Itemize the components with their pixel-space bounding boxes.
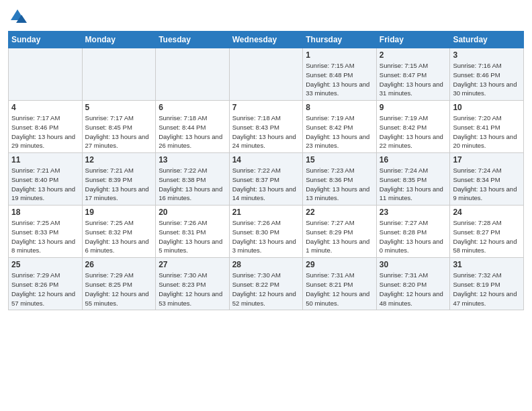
header-tuesday: Tuesday [156,32,230,48]
day-number: 31 [453,260,521,269]
calendar-table: SundayMondayTuesdayWednesdayThursdayFrid… [8,31,524,310]
day-info: Sunrise: 7:31 AM Sunset: 8:20 PM Dayligh… [380,271,447,308]
day-number: 11 [11,155,79,165]
day-info: Sunrise: 7:21 AM Sunset: 8:39 PM Dayligh… [85,166,153,203]
day-number: 2 [380,50,447,60]
day-info: Sunrise: 7:26 AM Sunset: 8:30 PM Dayligh… [232,218,300,255]
day-number: 5 [85,103,153,112]
week-row-1: 1Sunrise: 7:15 AM Sunset: 8:48 PM Daylig… [9,48,524,101]
day-number: 9 [380,103,447,112]
calendar-cell: 28Sunrise: 7:30 AM Sunset: 8:22 PM Dayli… [229,258,303,310]
day-number: 10 [453,103,521,112]
day-number: 30 [380,260,447,269]
day-info: Sunrise: 7:21 AM Sunset: 8:40 PM Dayligh… [11,166,79,203]
calendar-cell: 6Sunrise: 7:18 AM Sunset: 8:44 PM Daylig… [156,101,230,153]
calendar-cell: 11Sunrise: 7:21 AM Sunset: 8:40 PM Dayli… [9,153,83,205]
header-friday: Friday [376,32,450,48]
calendar-cell: 9Sunrise: 7:19 AM Sunset: 8:42 PM Daylig… [376,101,450,153]
calendar-cell: 18Sunrise: 7:25 AM Sunset: 8:33 PM Dayli… [9,205,83,258]
day-number: 6 [159,103,226,112]
header-thursday: Thursday [303,32,377,48]
calendar-cell: 29Sunrise: 7:31 AM Sunset: 8:21 PM Dayli… [303,258,377,310]
calendar-cell [229,48,303,101]
calendar-cell: 24Sunrise: 7:28 AM Sunset: 8:27 PM Dayli… [450,205,524,258]
calendar-cell: 20Sunrise: 7:26 AM Sunset: 8:31 PM Dayli… [156,205,230,258]
day-info: Sunrise: 7:24 AM Sunset: 8:34 PM Dayligh… [453,166,521,203]
calendar-cell: 1Sunrise: 7:15 AM Sunset: 8:48 PM Daylig… [303,48,377,101]
header-monday: Monday [82,32,156,48]
day-number: 12 [85,155,153,165]
day-info: Sunrise: 7:28 AM Sunset: 8:27 PM Dayligh… [453,218,521,255]
day-info: Sunrise: 7:29 AM Sunset: 8:26 PM Dayligh… [11,271,79,308]
header-saturday: Saturday [450,32,524,48]
day-info: Sunrise: 7:19 AM Sunset: 8:42 PM Dayligh… [380,113,447,150]
day-info: Sunrise: 7:25 AM Sunset: 8:33 PM Dayligh… [11,218,79,255]
calendar-cell: 31Sunrise: 7:32 AM Sunset: 8:19 PM Dayli… [450,258,524,310]
day-number: 3 [453,50,521,60]
calendar-cell: 4Sunrise: 7:17 AM Sunset: 8:46 PM Daylig… [9,101,83,153]
day-info: Sunrise: 7:16 AM Sunset: 8:46 PM Dayligh… [453,61,521,98]
day-number: 24 [453,208,521,217]
page-header [8,7,524,26]
day-info: Sunrise: 7:22 AM Sunset: 8:38 PM Dayligh… [159,166,226,203]
week-row-3: 11Sunrise: 7:21 AM Sunset: 8:40 PM Dayli… [9,153,524,205]
day-number: 29 [306,260,373,269]
day-number: 25 [11,260,79,269]
day-info: Sunrise: 7:23 AM Sunset: 8:36 PM Dayligh… [306,166,373,203]
calendar-cell: 12Sunrise: 7:21 AM Sunset: 8:39 PM Dayli… [82,153,156,205]
calendar-cell [82,48,156,101]
day-info: Sunrise: 7:18 AM Sunset: 8:43 PM Dayligh… [232,113,300,150]
day-info: Sunrise: 7:25 AM Sunset: 8:32 PM Dayligh… [85,218,153,255]
calendar-cell: 15Sunrise: 7:23 AM Sunset: 8:36 PM Dayli… [303,153,377,205]
day-info: Sunrise: 7:30 AM Sunset: 8:22 PM Dayligh… [232,271,300,308]
header-sunday: Sunday [9,32,83,48]
calendar-cell: 10Sunrise: 7:20 AM Sunset: 8:41 PM Dayli… [450,101,524,153]
day-number: 28 [232,260,300,269]
calendar-cell: 13Sunrise: 7:22 AM Sunset: 8:38 PM Dayli… [156,153,230,205]
week-row-5: 25Sunrise: 7:29 AM Sunset: 8:26 PM Dayli… [9,258,524,310]
day-number: 21 [232,208,300,217]
header-wednesday: Wednesday [229,32,303,48]
day-number: 22 [306,208,373,217]
page-container: SundayMondayTuesdayWednesdayThursdayFrid… [0,0,532,316]
day-info: Sunrise: 7:27 AM Sunset: 8:29 PM Dayligh… [306,218,373,255]
day-number: 27 [159,260,226,269]
day-info: Sunrise: 7:26 AM Sunset: 8:31 PM Dayligh… [159,218,226,255]
day-info: Sunrise: 7:17 AM Sunset: 8:46 PM Dayligh… [11,113,79,150]
logo [8,7,30,26]
calendar-cell: 8Sunrise: 7:19 AM Sunset: 8:42 PM Daylig… [303,101,377,153]
day-number: 1 [306,50,373,60]
day-number: 7 [232,103,300,112]
day-number: 8 [306,103,373,112]
day-number: 19 [85,208,153,217]
day-number: 17 [453,155,521,165]
calendar-cell: 26Sunrise: 7:29 AM Sunset: 8:25 PM Dayli… [82,258,156,310]
day-info: Sunrise: 7:27 AM Sunset: 8:28 PM Dayligh… [380,218,447,255]
day-info: Sunrise: 7:15 AM Sunset: 8:48 PM Dayligh… [306,61,373,98]
day-info: Sunrise: 7:18 AM Sunset: 8:44 PM Dayligh… [159,113,226,150]
week-row-4: 18Sunrise: 7:25 AM Sunset: 8:33 PM Dayli… [9,205,524,258]
day-info: Sunrise: 7:30 AM Sunset: 8:23 PM Dayligh… [159,271,226,308]
calendar-cell [9,48,83,101]
day-info: Sunrise: 7:32 AM Sunset: 8:19 PM Dayligh… [453,271,521,308]
day-info: Sunrise: 7:31 AM Sunset: 8:21 PM Dayligh… [306,271,373,308]
day-number: 15 [306,155,373,165]
calendar-cell: 27Sunrise: 7:30 AM Sunset: 8:23 PM Dayli… [156,258,230,310]
calendar-cell: 23Sunrise: 7:27 AM Sunset: 8:28 PM Dayli… [376,205,450,258]
day-info: Sunrise: 7:22 AM Sunset: 8:37 PM Dayligh… [232,166,300,203]
day-info: Sunrise: 7:17 AM Sunset: 8:45 PM Dayligh… [85,113,153,150]
calendar-cell: 19Sunrise: 7:25 AM Sunset: 8:32 PM Dayli… [82,205,156,258]
calendar-cell: 17Sunrise: 7:24 AM Sunset: 8:34 PM Dayli… [450,153,524,205]
day-number: 4 [11,103,79,112]
calendar-cell: 16Sunrise: 7:24 AM Sunset: 8:35 PM Dayli… [376,153,450,205]
day-info: Sunrise: 7:24 AM Sunset: 8:35 PM Dayligh… [380,166,447,203]
day-number: 16 [380,155,447,165]
day-info: Sunrise: 7:19 AM Sunset: 8:42 PM Dayligh… [306,113,373,150]
calendar-cell: 21Sunrise: 7:26 AM Sunset: 8:30 PM Dayli… [229,205,303,258]
calendar-cell: 22Sunrise: 7:27 AM Sunset: 8:29 PM Dayli… [303,205,377,258]
day-number: 23 [380,208,447,217]
header-row: SundayMondayTuesdayWednesdayThursdayFrid… [9,32,524,48]
day-number: 20 [159,208,226,217]
logo-icon [8,7,27,26]
day-number: 26 [85,260,153,269]
